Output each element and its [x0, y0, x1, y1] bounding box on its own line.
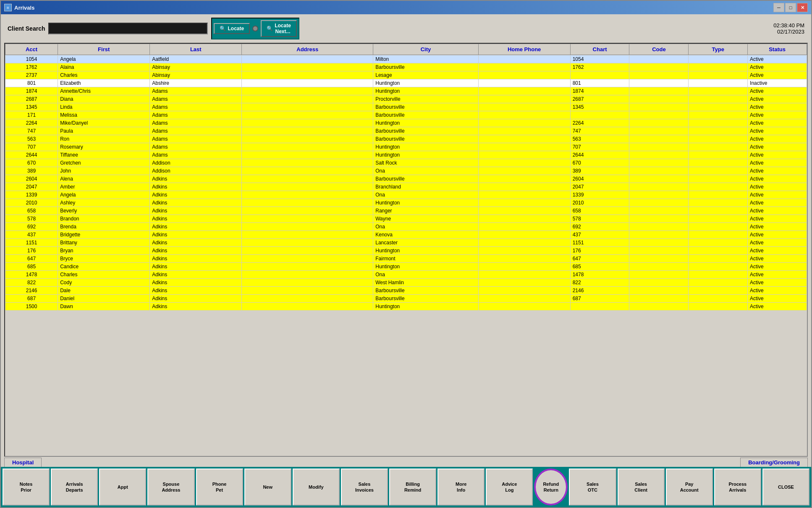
table-row[interactable]: 685CandiceAdkinsHuntington685Active [5, 263, 807, 271]
spouse-address-button[interactable]: SpouseAddress [147, 469, 194, 505]
time-display: 02:38:40 PM [773, 22, 804, 29]
table-header: Acct First Last Address City Home Phone … [5, 44, 807, 55]
col-header-status: Status [748, 44, 807, 55]
table-row[interactable]: 1345LindaAdamsBarboursville1345Active [5, 103, 807, 111]
table-row[interactable]: 1478CharlesAdkinsOna1478Active [5, 271, 807, 279]
locate-group: 🔍 Locate 🔍 Locate Next... [211, 18, 299, 39]
locate-button[interactable]: 🔍 Locate [214, 23, 250, 34]
table-row[interactable]: 658BeverlyAdkinsRanger658Active [5, 207, 807, 215]
table-row[interactable]: 2687DianaAdamsProctorville2687Active [5, 95, 807, 103]
table-row[interactable]: 578BrandonAdkinsWayne578Active [5, 215, 807, 223]
top-bar: Client Search 🔍 Locate 🔍 Locate Next... … [1, 14, 811, 43]
notes-prior-button[interactable]: NotesPrior [3, 469, 50, 505]
close-window-button[interactable]: ✕ [797, 3, 808, 12]
refund-return-button[interactable]: RefundReturn [534, 469, 568, 505]
sales-otc-button[interactable]: SalesOTC [569, 469, 616, 505]
table-row[interactable]: 389JohnAddisonOna389Active [5, 167, 807, 175]
maximize-button[interactable]: □ [785, 3, 796, 12]
more-info-button[interactable]: MoreInfo [437, 469, 485, 505]
table-row[interactable]: 707RosemaryAdamsHuntington707Active [5, 143, 807, 151]
table-row[interactable]: 1874Annette/ChrisAdamsHuntington1874Acti… [5, 87, 807, 95]
window-title: Arrivals [14, 5, 34, 11]
header-row: Acct First Last Address City Home Phone … [5, 44, 807, 55]
main-window: ≡ Arrivals ─ □ ✕ Client Search 🔍 Locate … [0, 0, 812, 508]
col-header-address: Address [242, 44, 373, 55]
title-bar: ≡ Arrivals ─ □ ✕ [1, 1, 811, 14]
search-label: Client Search [8, 25, 45, 32]
date-display: 02/17/2023 [773, 29, 804, 35]
table-row[interactable]: 2047AmberAdkinsBranchland2047Active [5, 183, 807, 191]
tab-boarding[interactable]: Boarding/Grooming [740, 458, 808, 467]
table-row[interactable]: 437BridgetteAdkinsKenova437Active [5, 231, 807, 239]
table-body-scroll[interactable]: 1054AngelaAatfieldMilton1054Active1762Al… [5, 55, 807, 456]
billing-remind-button[interactable]: BillingRemind [389, 469, 436, 505]
modify-button[interactable]: Modify [293, 469, 340, 505]
table-row[interactable]: 176BryanAdkinsHuntington176Active [5, 247, 807, 255]
table-row[interactable]: 670GretchenAddisonSalt Rock670Active [5, 159, 807, 167]
col-header-last: Last [150, 44, 242, 55]
pay-account-button[interactable]: PayAccount [666, 469, 713, 505]
table-row[interactable]: 647BryceAdkinsFairmont647Active [5, 255, 807, 263]
table-row[interactable]: 2604AlenaAdkinsBarboursville2604Active [5, 175, 807, 183]
status-indicator [252, 26, 258, 31]
col-header-code: Code [629, 44, 689, 55]
tab-spacer [42, 458, 740, 467]
table-row[interactable]: 2010AshleyAdkinsHuntington2010Active [5, 199, 807, 207]
arrivals-departs-button[interactable]: ArrivalsDeparts [51, 469, 98, 505]
sales-invoices-button[interactable]: SalesInvoices [341, 469, 388, 505]
table-row[interactable]: 1339AngelaAdkinsOna1339Active [5, 191, 807, 199]
process-arrivals-button[interactable]: ProcessArrivals [714, 469, 761, 505]
table-row[interactable]: 2264Mike/DanyelAdamsHuntington2264Active [5, 119, 807, 127]
table-row[interactable]: 2644TiffaneeAdamsHuntington2644Active [5, 151, 807, 159]
data-table-container: Acct First Last Address City Home Phone … [4, 43, 808, 457]
table-row[interactable]: 1762AlainaAbinsayBarboursville1762Active [5, 63, 807, 71]
tab-section: Hospital Boarding/Grooming [1, 457, 811, 467]
col-header-first: First [58, 44, 150, 55]
col-header-acct: Acct [5, 44, 58, 55]
table-row[interactable]: 822CodyAdkinsWest Hamlin822Active [5, 279, 807, 287]
advice-log-button[interactable]: AdviceLog [486, 469, 533, 505]
table-row[interactable]: 2737CharlesAbinsayLesageActive [5, 71, 807, 79]
search-next-icon: 🔍 [267, 26, 273, 31]
locate-next-button[interactable]: 🔍 Locate Next... [261, 20, 297, 37]
sales-client-button[interactable]: SalesClient [618, 469, 665, 505]
col-header-type: Type [689, 44, 748, 55]
table-row[interactable]: 1151BrittanyAdkinsLancaster1151Active [5, 239, 807, 247]
new-button[interactable]: New [244, 469, 291, 505]
table-row[interactable]: 2146DaleAdkinsBarboursville2146Active [5, 287, 807, 295]
data-table: 1054AngelaAatfieldMilton1054Active1762Al… [5, 55, 807, 311]
col-header-chart: Chart [570, 44, 629, 55]
search-area: Client Search 🔍 Locate 🔍 Locate Next... [8, 18, 299, 39]
tab-hospital[interactable]: Hospital [4, 458, 42, 467]
table-row[interactable]: 747PaulaAdamsBarboursville747Active [5, 127, 807, 135]
search-input[interactable] [48, 23, 208, 34]
search-icon: 🔍 [220, 26, 226, 31]
bottom-toolbar: NotesPriorArrivalsDepartsApptSpouseAddre… [1, 467, 811, 507]
table-row[interactable]: 1500DawnAdkinsHuntingtonActive [5, 303, 807, 311]
window-controls: ─ □ ✕ [773, 3, 808, 12]
minimize-button[interactable]: ─ [773, 3, 784, 12]
phone-pet-button[interactable]: PhonePet [196, 469, 243, 505]
appt-button[interactable]: Appt [99, 469, 146, 505]
table-row[interactable]: 692BrendaAdkinsOna692Active [5, 223, 807, 231]
table-row[interactable]: 687DanielAdkinsBarboursville687Active [5, 295, 807, 303]
datetime-display: 02:38:40 PM 02/17/2023 [773, 22, 804, 35]
table-row[interactable]: 801ElizabethAbshireHuntington801Inactive [5, 79, 807, 87]
table-row[interactable]: 1054AngelaAatfieldMilton1054Active [5, 55, 807, 63]
table-row[interactable]: 563RonAdamsBarboursville563Active [5, 135, 807, 143]
app-icon: ≡ [4, 4, 12, 11]
col-header-city: City [373, 44, 478, 55]
col-header-phone: Home Phone [478, 44, 570, 55]
close-button[interactable]: CLOSE [762, 469, 809, 505]
table-row[interactable]: 171MelissaAdamsBarboursvilleActive [5, 111, 807, 119]
